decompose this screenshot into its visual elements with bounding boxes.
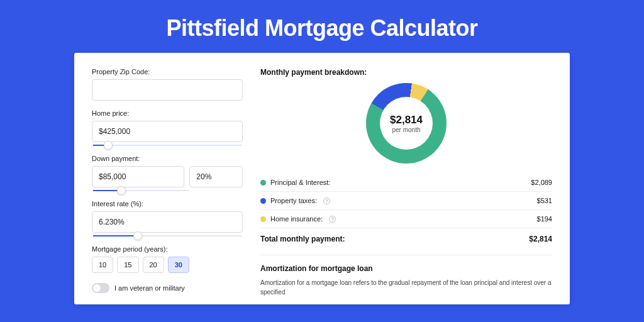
dot-icon <box>260 216 266 222</box>
slider-thumb-icon[interactable] <box>117 186 126 195</box>
zip-label: Property Zip Code: <box>92 68 243 75</box>
legend-name: Principal & Interest: <box>270 179 330 186</box>
legend-row-insurance: Home insurance: ? $194 <box>260 210 552 228</box>
interest-label: Interest rate (%): <box>92 200 243 208</box>
legend-value: $531 <box>537 197 552 204</box>
home-price-label: Home price: <box>92 109 243 117</box>
page-title: Pittsfield Mortgage Calculator <box>0 0 644 53</box>
period-field: Mortgage period (years): 10 15 20 30 <box>92 245 243 273</box>
slider-thumb-icon[interactable] <box>104 141 113 150</box>
home-price-field: Home price: <box>92 109 243 142</box>
down-payment-percent-input[interactable] <box>189 166 243 187</box>
slider-thumb-icon[interactable] <box>133 231 142 240</box>
dot-icon <box>260 180 266 186</box>
total-label: Total monthly payment: <box>260 235 345 243</box>
down-payment-label: Down payment: <box>92 155 243 162</box>
calculator-card: Property Zip Code: Home price: Down paym… <box>74 53 570 304</box>
period-label: Mortgage period (years): <box>92 245 243 253</box>
legend-name: Home insurance: <box>270 215 323 223</box>
period-options: 10 15 20 30 <box>92 257 243 273</box>
interest-slider[interactable] <box>93 235 242 236</box>
breakdown-column: Monthly payment breakdown: $2,814 per mo… <box>260 68 552 304</box>
legend-row-taxes: Property taxes: ? $531 <box>260 192 552 210</box>
veteran-row: I am veteran or military <box>92 283 243 293</box>
legend-value: $194 <box>537 215 552 223</box>
total-value: $2,814 <box>529 235 552 243</box>
legend-value: $2,089 <box>531 179 552 186</box>
total-row: Total monthly payment: $2,814 <box>260 228 552 252</box>
donut-chart: $2,814 per month <box>260 83 552 164</box>
zip-field: Property Zip Code: <box>92 68 243 101</box>
toggle-knob-icon <box>93 284 101 292</box>
period-option-15[interactable]: 15 <box>117 257 138 273</box>
donut-center: $2,814 per month <box>380 97 433 150</box>
info-icon[interactable]: ? <box>323 197 330 204</box>
interest-input[interactable] <box>92 211 243 233</box>
home-price-slider[interactable] <box>93 145 242 146</box>
info-icon[interactable]: ? <box>329 216 336 223</box>
down-payment-field: Down payment: <box>92 155 243 187</box>
legend-name: Property taxes: <box>270 197 317 204</box>
interest-field: Interest rate (%): <box>92 200 243 233</box>
breakdown-heading: Monthly payment breakdown: <box>260 68 552 77</box>
amortization-body: Amortization for a mortgage loan refers … <box>260 278 552 297</box>
dot-icon <box>260 198 266 204</box>
inputs-column: Property Zip Code: Home price: Down paym… <box>92 68 243 304</box>
donut-sub: per month <box>392 126 420 133</box>
legend-row-principal: Principal & Interest: $2,089 <box>260 174 552 192</box>
home-price-input[interactable] <box>92 121 243 142</box>
down-payment-slider[interactable] <box>93 190 188 191</box>
period-option-10[interactable]: 10 <box>92 257 113 273</box>
down-payment-amount-input[interactable] <box>92 166 184 187</box>
amortization-heading: Amortization for mortgage loan <box>260 264 552 273</box>
veteran-toggle[interactable] <box>92 283 109 293</box>
legend: Principal & Interest: $2,089 Property ta… <box>260 174 552 228</box>
donut-value: $2,814 <box>390 114 423 126</box>
period-option-20[interactable]: 20 <box>143 257 164 273</box>
zip-input[interactable] <box>92 79 243 101</box>
veteran-label: I am veteran or military <box>114 284 185 292</box>
amortization-section: Amortization for mortgage loan Amortizat… <box>260 255 552 297</box>
period-option-30[interactable]: 30 <box>168 257 189 273</box>
